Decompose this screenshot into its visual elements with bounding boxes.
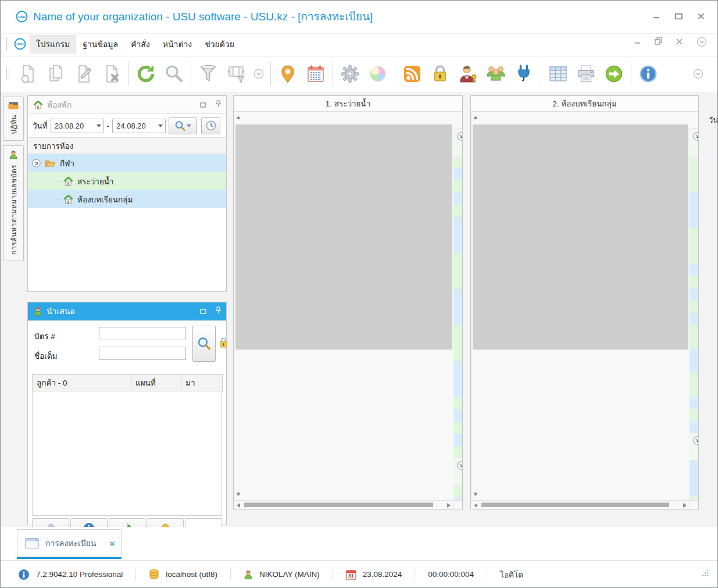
schedule-row[interactable]: 16:000/0ว่ายน้ำพนักงาน 2กลุ่ม: Children xyxy=(453,325,462,361)
schedule-row[interactable]: 11:000/0แอโรบิคในน้ำ xyxy=(453,193,462,205)
schedule-row[interactable]: 17:000/0ฟิตเนสพนักงาน 5 xyxy=(690,373,698,397)
calendar-icon[interactable] xyxy=(302,59,330,88)
settings-gear-icon[interactable] xyxy=(336,59,364,88)
menu-grip[interactable] xyxy=(6,38,9,51)
schedule-row[interactable]: 14:000/1ว่ายน้ำพนักงาน 2กลุ่ม: Children xyxy=(453,253,462,289)
schedule-row[interactable]: 15:000/1ฟิตเนสพนักงาน 5 xyxy=(690,325,698,349)
info-circle-icon[interactable] xyxy=(18,569,30,580)
schedule-row[interactable]: 18:000/1โปโลน้ำ xyxy=(453,397,462,409)
schedule-row[interactable]: 08:000/0คาราเต้พนักงาน 1 xyxy=(690,496,698,500)
horizontal-scrollbar[interactable] xyxy=(234,500,453,509)
calendar-31-icon[interactable]: 31 xyxy=(346,569,356,580)
dock-tab-0[interactable]: ปฏิทิน xyxy=(3,97,24,141)
expander-icon[interactable] xyxy=(32,159,41,168)
date-from-combo[interactable]: 23.08.20 xyxy=(51,119,104,133)
refresh-icon[interactable] xyxy=(132,59,160,88)
rss-icon[interactable] xyxy=(398,59,426,88)
new-document-icon[interactable] xyxy=(14,59,42,88)
schedule-row[interactable]: 21:000/0โปโลน้ำ xyxy=(453,434,462,446)
schedule-row[interactable]: 09:000/0แอโรบิคในน้ำ xyxy=(453,168,462,180)
schedule-row[interactable]: 09:000/0คาราเต้พนักงาน 1กลุ่ม: Children xyxy=(690,228,698,264)
client-column[interactable]: ลูกค้า - 0 xyxy=(32,374,131,391)
schedule-row[interactable]: 19:000/0การเต้นฮิปฮอป xyxy=(690,409,698,421)
expander-cell[interactable] xyxy=(453,458,462,485)
menu-item-4[interactable]: ช่วยด้วย xyxy=(198,35,241,54)
tab-registration[interactable]: การลงทะเบียน × xyxy=(17,529,122,557)
schedule-row[interactable]: 12:000/0ไอคิโด xyxy=(690,288,698,301)
toolbar-more-icon[interactable] xyxy=(250,69,267,79)
tab-close-icon[interactable]: × xyxy=(109,539,115,548)
dock-tab-1[interactable]: การค้นหาตามหมายเลขบัตร xyxy=(3,145,24,261)
panel-maximize-icon[interactable] xyxy=(200,99,206,110)
maximize-button[interactable] xyxy=(675,12,683,21)
client-search-button[interactable] xyxy=(192,326,216,362)
date-to-combo[interactable]: 24.08.20 xyxy=(112,119,166,133)
menu-item-1[interactable]: ฐานข้อมูล xyxy=(76,35,124,54)
schedule-row[interactable]: 17:000/0ว่ายน้ำพนักงาน 2กลุ่ม: Children xyxy=(453,361,462,397)
schedule-row[interactable]: 14:000/0ไอคิโด xyxy=(690,313,698,325)
schedule-row[interactable]: 22:000/0โปโลน้ำ xyxy=(453,446,462,458)
schedule-row[interactable]: 12:000/0แอโรบิคในน้ำ xyxy=(453,205,462,217)
mdi-minimize-button[interactable] xyxy=(634,37,641,47)
tree-node-0[interactable]: กีฬา xyxy=(28,154,226,172)
expander-cell[interactable] xyxy=(453,129,462,156)
schedule-row[interactable]: 13:000/0ว่ายน้ำพนักงาน 2กลุ่ม: Children xyxy=(453,217,462,253)
forward-icon[interactable] xyxy=(600,59,628,88)
database-icon[interactable] xyxy=(149,569,159,580)
mdi-close-button[interactable] xyxy=(676,37,683,47)
horizontal-scrollbar[interactable] xyxy=(471,500,690,509)
schedule-row[interactable]: 19:000/0โปโลน้ำ xyxy=(453,409,462,422)
rooms-panel-header[interactable]: ห้องพัก xyxy=(28,96,226,114)
client-table-body[interactable] xyxy=(32,391,222,516)
panel-maximize-icon[interactable] xyxy=(200,306,206,316)
panel-pin-icon[interactable] xyxy=(216,306,221,316)
close-button[interactable] xyxy=(698,12,705,21)
room-list-header[interactable]: รายการห้อง xyxy=(28,137,226,154)
delete-document-icon[interactable] xyxy=(98,59,126,88)
date-row[interactable]: 24.08.2024วันเสาร์ xyxy=(690,433,698,460)
menu-item-0[interactable]: โปรแกรม xyxy=(30,35,76,54)
schedule-row[interactable]: 16:000/0ฟิตเนสพนักงาน 5 xyxy=(690,349,698,373)
date-row[interactable]: 23.08.2024วันศุกร์ xyxy=(453,129,462,156)
tree-node-1[interactable]: สระว่ายน้ำ xyxy=(28,172,226,190)
resize-grip[interactable] xyxy=(701,569,709,579)
menu-item-2[interactable]: คำสั่ง xyxy=(124,35,156,54)
toolbar-overflow-icon[interactable] xyxy=(690,69,707,79)
card-input[interactable] xyxy=(99,327,186,340)
filter-icon[interactable] xyxy=(194,59,222,88)
tree-node-2[interactable]: ห้องบทเรียนกลุ่ม xyxy=(28,190,226,208)
column-date[interactable]: วันที่ xyxy=(690,112,718,129)
users-group-icon[interactable] xyxy=(482,59,510,88)
date-search-button[interactable] xyxy=(169,117,197,134)
user-key-icon[interactable] xyxy=(454,59,482,88)
lock-small-icon[interactable] xyxy=(218,337,229,348)
filter-panel-icon[interactable] xyxy=(222,59,250,88)
expander-cell[interactable] xyxy=(690,433,698,460)
color-wheel-icon[interactable] xyxy=(364,59,392,88)
copy-document-icon[interactable] xyxy=(42,59,70,88)
date-row[interactable]: 24.08.2024วันเสาร์ xyxy=(453,458,462,485)
schedule-row[interactable]: 20:000/0การเต้นฮิปฮอป xyxy=(690,421,698,433)
toolbar-grip[interactable] xyxy=(6,67,9,80)
time-filter-button[interactable] xyxy=(201,117,220,134)
lock-icon[interactable] xyxy=(426,59,454,88)
schedule-row[interactable]: 08:000/1แอโรบิคในน้ำ xyxy=(453,156,462,168)
schedule-row[interactable]: 08:000/0แอโรบิคในน้ำ xyxy=(453,485,462,497)
edit-document-icon[interactable] xyxy=(70,59,98,88)
date-row[interactable]: 23.08.2024วันศุกร์ xyxy=(690,129,698,156)
printer-icon[interactable] xyxy=(572,59,600,88)
menu-item-3[interactable]: หน้าต่าง xyxy=(156,35,198,54)
map-column[interactable]: แผนที่ xyxy=(131,374,181,391)
expander-cell[interactable] xyxy=(690,129,698,156)
minimize-button[interactable] xyxy=(653,12,660,21)
vertical-scrollbar[interactable] xyxy=(234,112,453,500)
map-pin-icon[interactable] xyxy=(274,59,302,88)
present-panel-header[interactable]: นำเสนอ xyxy=(28,302,226,320)
panel-pin-icon[interactable] xyxy=(216,99,221,110)
user-icon[interactable] xyxy=(244,570,253,579)
table-icon[interactable] xyxy=(544,59,572,88)
schedule-row[interactable]: 18:000/0การเต้นฮิปฮอป xyxy=(690,397,698,409)
schedule-row[interactable]: 20:000/0โปโลน้ำ xyxy=(453,422,462,434)
mdi-restore-button[interactable] xyxy=(655,37,662,47)
come-column[interactable]: มา xyxy=(181,374,223,391)
